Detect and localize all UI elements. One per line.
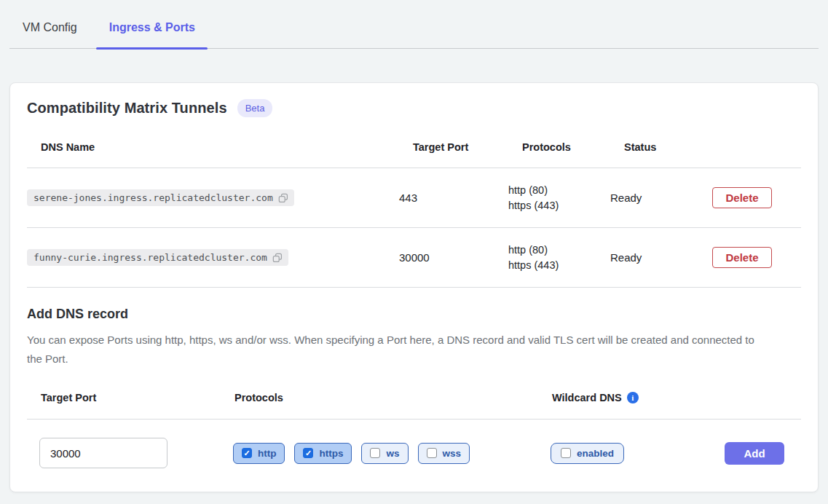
checkbox-box xyxy=(242,448,252,458)
col-header-target-port: Target Port xyxy=(413,141,522,153)
table-row: funny-curie.ingress.replicatedcluster.co… xyxy=(27,228,801,288)
checkbox-box xyxy=(427,448,437,458)
form-label-protocols: Protocols xyxy=(234,392,552,403)
form-label-target-port: Target Port xyxy=(41,392,234,403)
protocol-line: http (80) xyxy=(508,183,610,198)
checkbox-box xyxy=(561,448,571,458)
protocols-cell: http (80) https (443) xyxy=(508,183,610,213)
table-row: serene-jones.ingress.replicatedcluster.c… xyxy=(27,168,801,228)
protocol-line: https (443) xyxy=(508,258,610,273)
card-title-row: Compatibility Matrix Tunnels Beta xyxy=(27,99,801,117)
checkbox-http[interactable]: http xyxy=(233,443,285,464)
tab-ingress-ports[interactable]: Ingress & Ports xyxy=(109,0,195,48)
dns-name-pill: funny-curie.ingress.replicatedcluster.co… xyxy=(27,249,288,266)
dns-name-text: funny-curie.ingress.replicatedcluster.co… xyxy=(33,252,267,263)
delete-button[interactable]: Delete xyxy=(712,187,772,208)
add-dns-record-title: Add DNS record xyxy=(27,307,801,322)
protocol-line: https (443) xyxy=(508,198,610,213)
status-value: Ready xyxy=(610,192,712,204)
copy-icon[interactable] xyxy=(278,193,288,203)
form-input-row: http https ws wss enabled Add xyxy=(27,420,801,468)
checkbox-wss[interactable]: wss xyxy=(418,443,470,464)
target-port-value: 443 xyxy=(399,192,508,204)
checkbox-box xyxy=(303,448,313,458)
table-header-row: DNS Name Target Port Protocols Status xyxy=(27,117,801,168)
form-header-row: Target Port Protocols Wildcard DNS i xyxy=(27,383,801,420)
tab-bar: VM Config Ingress & Ports xyxy=(9,0,819,49)
checkbox-box xyxy=(370,448,380,458)
protocols-cell: http (80) https (443) xyxy=(508,243,610,273)
target-port-input[interactable] xyxy=(39,438,167,468)
dns-name-pill: serene-jones.ingress.replicatedcluster.c… xyxy=(27,189,294,206)
status-value: Ready xyxy=(610,251,712,264)
checkbox-wildcard-enabled[interactable]: enabled xyxy=(551,443,624,464)
delete-button[interactable]: Delete xyxy=(712,247,772,268)
card-title: Compatibility Matrix Tunnels xyxy=(27,100,227,117)
col-header-dns-name: DNS Name xyxy=(41,141,413,153)
checkbox-ws[interactable]: ws xyxy=(361,443,408,464)
protocol-checkbox-group: http https ws wss xyxy=(233,443,551,464)
dns-name-text: serene-jones.ingress.replicatedcluster.c… xyxy=(33,192,273,203)
target-port-value: 30000 xyxy=(399,251,508,264)
tab-vm-config[interactable]: VM Config xyxy=(23,0,77,48)
add-button[interactable]: Add xyxy=(725,442,784,465)
protocol-line: http (80) xyxy=(508,243,610,258)
tunnels-table: DNS Name Target Port Protocols Status se… xyxy=(27,117,801,288)
form-label-wildcard-dns: Wildcard DNS i xyxy=(552,392,726,403)
info-icon[interactable]: i xyxy=(627,392,639,403)
beta-badge: Beta xyxy=(237,99,273,117)
copy-icon[interactable] xyxy=(272,253,283,263)
col-header-protocols: Protocols xyxy=(522,141,624,153)
add-dns-record-description: You can expose Ports using http, https, … xyxy=(27,331,761,369)
checkbox-https[interactable]: https xyxy=(294,443,352,464)
tunnels-card: Compatibility Matrix Tunnels Beta DNS Na… xyxy=(9,82,819,492)
col-header-status: Status xyxy=(624,141,726,153)
